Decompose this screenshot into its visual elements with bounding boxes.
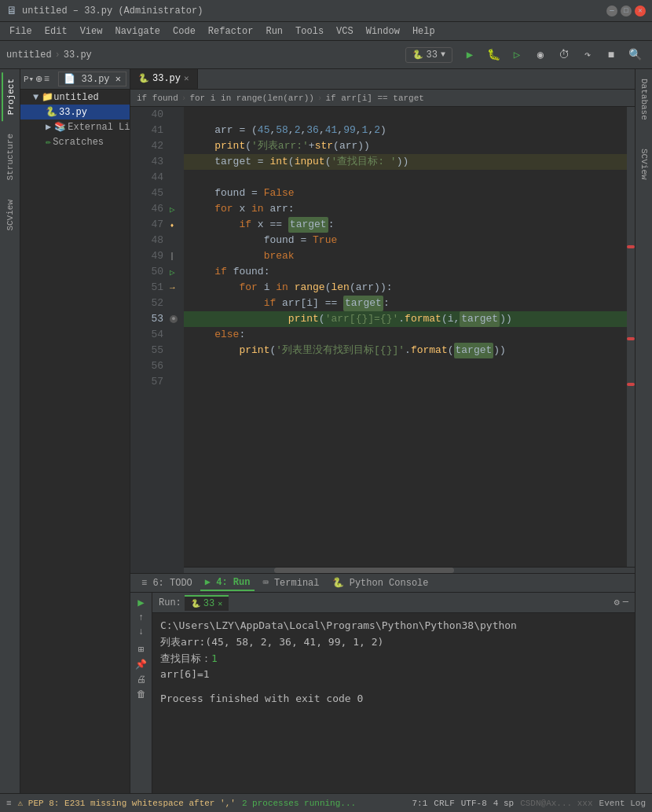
menu-code[interactable]: Code: [167, 24, 202, 39]
status-indent[interactable]: 4 sp: [493, 799, 514, 808]
right-tab-scview[interactable]: SCView: [636, 142, 652, 186]
event-log[interactable]: Event Log: [599, 799, 646, 808]
status-encoding[interactable]: UTF-8: [461, 799, 487, 808]
run-scroll-up[interactable]: ↑: [138, 612, 144, 623]
minimize-button[interactable]: —: [606, 6, 617, 17]
run-minimize-btn[interactable]: —: [623, 597, 628, 608]
tree-item-scratches[interactable]: ✏ Scratches: [20, 134, 130, 149]
code-line-48: found = True: [184, 233, 635, 248]
run-print-btn[interactable]: 🖨: [137, 674, 146, 685]
marker-51: →: [170, 280, 184, 296]
menu-vcs[interactable]: VCS: [330, 24, 360, 39]
linenum-43: 43: [130, 154, 167, 170]
sidebar-tab-project[interactable]: Project: [2, 72, 19, 121]
step-over-button[interactable]: ↷: [577, 44, 599, 66]
target-highlight-52: target: [343, 296, 383, 311]
tree-btn-add[interactable]: ⊕: [35, 72, 42, 86]
fold-50: ▷: [170, 267, 175, 277]
right-sidebar: Database SCView: [635, 69, 652, 812]
bottom-tab-run[interactable]: ▶ 4: Run: [200, 575, 255, 591]
coverage-button[interactable]: ◉: [529, 44, 551, 66]
crumb-if-arr[interactable]: if arr[i] == target: [325, 94, 423, 103]
debug-button[interactable]: 🐛: [482, 44, 504, 66]
marker-47: ⬧: [170, 217, 184, 233]
run-button[interactable]: ▶: [459, 44, 481, 66]
status-position[interactable]: 7:1: [412, 799, 428, 808]
scratch-icon: ✏: [46, 136, 51, 148]
tab-33py[interactable]: 🐍 33.py ✕: [130, 69, 198, 89]
right-tab-database[interactable]: Database: [636, 72, 652, 127]
search-button[interactable]: 🔍: [624, 44, 646, 66]
menu-edit[interactable]: Edit: [38, 24, 74, 39]
code-line-50: if found:: [184, 264, 635, 280]
run-scroll-down[interactable]: ↓: [138, 626, 144, 637]
run-tab-name: 33: [203, 598, 214, 609]
expand-icon: ▼: [33, 92, 38, 103]
run-finished: Process finished with exit code 0: [160, 691, 627, 707]
menu-file[interactable]: File: [3, 24, 38, 39]
debug-markers: ▷ ⬧ | ▷ →: [170, 107, 184, 573]
tree-btn-menu[interactable]: ≡: [44, 74, 49, 85]
status-warning[interactable]: ⚠ PEP 8: E231 missing whitespace after '…: [18, 798, 236, 808]
menu-refactor[interactable]: Refactor: [202, 24, 260, 39]
bottom-tab-python-console[interactable]: 🐍 Python Console: [328, 575, 434, 590]
tree-label-scratches: Scratches: [53, 137, 104, 148]
arrow-47: ⬧: [170, 221, 174, 230]
tab-label: 33.py: [152, 73, 181, 84]
code-line-52: if arr[i] == target:: [184, 296, 635, 311]
tree-item-untitled[interactable]: ▼ 📁 untitled: [20, 90, 130, 105]
titlebar-title: untitled – 33.py (Administrator): [22, 6, 606, 17]
tab-close[interactable]: ✕: [184, 73, 189, 83]
crumb-for-loop[interactable]: for i in range(len(arr)): [189, 94, 313, 103]
bottom-tabs: ≡ 6: TODO ▶ 4: Run ⌨ Terminal 🐍 Python C…: [130, 573, 635, 592]
bottom-tab-terminal[interactable]: ⌨ Terminal: [258, 575, 324, 590]
status-crlf[interactable]: CRLF: [434, 799, 454, 808]
run-label: Run:: [159, 597, 181, 608]
run-settings-btn[interactable]: ⚙: [614, 597, 620, 608]
crumb-if-found[interactable]: if found: [137, 94, 178, 103]
maximize-button[interactable]: □: [621, 6, 632, 17]
linenum-55: 55: [130, 343, 167, 358]
marker-43: [170, 154, 184, 170]
run-tab-close[interactable]: ✕: [218, 599, 222, 608]
tree-file-tab[interactable]: 📄 33.py ✕: [58, 72, 126, 86]
run-output-content[interactable]: C:\Users\LZY\AppData\Local\Programs\Pyth…: [152, 613, 635, 812]
breadcrumb-project[interactable]: untitled: [6, 50, 52, 61]
bottom-tab-todo[interactable]: ≡ 6: TODO: [137, 576, 197, 590]
code-lines[interactable]: arr = (45,58,2,36,41,99,1,2) print('列表ar…: [184, 107, 635, 573]
marker-48: [170, 233, 184, 248]
tree-btn-view[interactable]: P▾: [24, 74, 34, 84]
status-processes[interactable]: 2 processes running...: [242, 799, 356, 808]
resume-button[interactable]: ▷: [506, 44, 528, 66]
marker-42: [170, 138, 184, 154]
profile-button[interactable]: ⏱: [553, 44, 575, 66]
run-clear-btn[interactable]: 🗑: [137, 689, 146, 700]
run-pin-btn[interactable]: 📌: [135, 659, 147, 671]
code-editor[interactable]: 40 41 42 43 44 45 46 47 48 49 50 51 52 5…: [130, 107, 635, 573]
run-wrap-btn[interactable]: ⊞: [138, 644, 144, 656]
code-line-47: if x == target:: [184, 217, 635, 233]
editor-scroll[interactable]: 40 41 42 43 44 45 46 47 48 49 50 51 52 5…: [130, 107, 635, 573]
menu-window[interactable]: Window: [360, 24, 406, 39]
tree-item-33py[interactable]: 🐍 33.py: [20, 105, 130, 119]
breadcrumb-file[interactable]: 33.py: [64, 50, 92, 61]
run-active-tab[interactable]: 🐍 33 ✕: [185, 595, 229, 611]
menu-run[interactable]: Run: [259, 24, 289, 39]
menu-tools[interactable]: Tools: [289, 24, 330, 39]
code-41: arr = (: [190, 123, 258, 138]
h-scrollbar[interactable]: [184, 567, 635, 573]
minimap-scroll[interactable]: [627, 107, 635, 567]
code-breadcrumb-bar: if found › for i in range(len(arr)) › if…: [130, 90, 635, 107]
run-config[interactable]: 🐍 33 ▼: [405, 47, 452, 63]
menu-help[interactable]: Help: [406, 24, 441, 39]
run-play-btn[interactable]: ▶: [137, 596, 144, 609]
close-button[interactable]: ✕: [635, 6, 646, 17]
h-scrollbar-thumb[interactable]: [274, 568, 455, 573]
sidebar-tab-scview[interactable]: SCView: [2, 193, 18, 237]
stop-button[interactable]: ■: [600, 44, 622, 66]
run-controls: ▶ ↑ ↓ ⊞ 📌 🖨 🗑: [130, 593, 152, 812]
menu-view[interactable]: View: [74, 24, 109, 39]
sidebar-tab-structure[interactable]: Structure: [2, 127, 18, 186]
menu-navigate[interactable]: Navigate: [108, 24, 167, 39]
tree-item-external[interactable]: ▶ 📚 External Li...: [20, 119, 130, 134]
